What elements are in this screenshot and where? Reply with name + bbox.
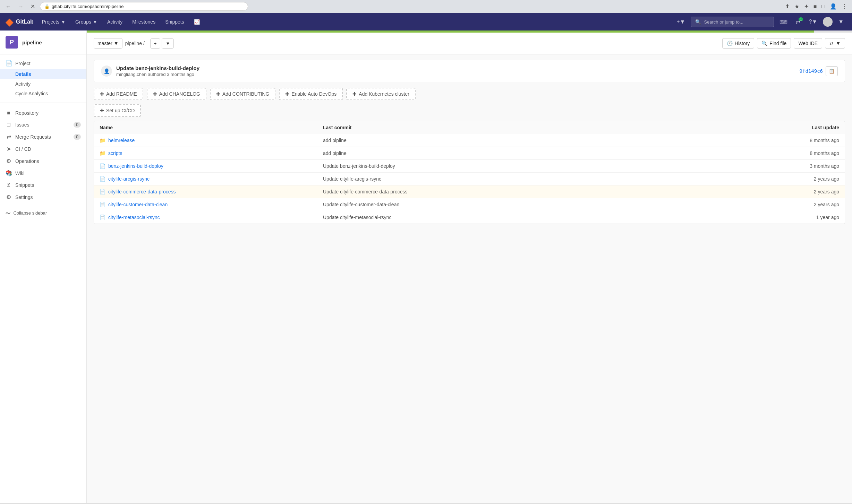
browser-puzzle-button[interactable]: ■ <box>812 2 818 10</box>
nav-merge-requests-button[interactable]: ⇄ 1 <box>793 17 803 27</box>
nav-plus-button[interactable]: + ▼ <box>674 17 688 27</box>
repo-options-button[interactable]: ⇄ ▼ <box>825 38 845 49</box>
path-actions: + ▼ <box>150 38 174 49</box>
file-name-customer[interactable]: 📄 citylife-customer-data-clean <box>100 202 323 207</box>
path-chevron-button[interactable]: ▼ <box>162 38 174 49</box>
commit-hash[interactable]: 9fd149c6 <box>800 68 823 74</box>
table-row: 📁 scripts add pipline 8 months ago <box>94 147 845 160</box>
sidebar-item-details[interactable]: Details <box>0 69 86 79</box>
browser-actions: ⬆ ★ ✦ ■ □ 👤 ⋮ <box>784 2 849 10</box>
enable-autodevops-icon: ✚ <box>285 91 289 97</box>
col-last-commit: Last commit <box>323 125 770 130</box>
sidebar-item-cicd[interactable]: ➤ CI / CD <box>0 143 86 155</box>
nav-stats[interactable]: 📈 <box>190 16 204 27</box>
sidebar-item-repository[interactable]: ■ Repository <box>0 107 86 119</box>
add-readme-icon: ✚ <box>100 91 104 97</box>
main-content: master ▼ pipeline / + ▼ 🕐 History 🔍 Find… <box>87 31 852 503</box>
nav-snippets[interactable]: Snippets <box>161 16 188 27</box>
add-path-button[interactable]: + <box>150 38 161 49</box>
merge-requests-icon: ⇄ <box>6 133 12 140</box>
branch-name: master <box>97 41 112 46</box>
sidebar-item-activity[interactable]: Activity <box>0 79 86 89</box>
setup-cicd-button[interactable]: ✚ Set up CI/CD <box>94 104 141 117</box>
sidebar-item-cycle-analytics[interactable]: Cycle Analytics <box>0 89 86 98</box>
gitlab-logo[interactable]: ◆ GitLab <box>6 16 34 28</box>
browser-menu-button[interactable]: ⋮ <box>840 2 849 10</box>
add-changelog-icon: ✚ <box>153 91 157 97</box>
browser-forward-button[interactable]: → <box>16 3 26 10</box>
options-icon: ⇄ <box>829 41 834 46</box>
breadcrumb-path: pipeline <box>125 41 142 46</box>
nav-keyboard-shortcut-button[interactable]: ⌨ <box>777 17 790 27</box>
file-name-metasocial[interactable]: 📄 citylife-metasocial-rsync <box>100 215 323 220</box>
collapse-sidebar-button[interactable]: «« Collapse sidebar <box>0 206 86 220</box>
branch-selector[interactable]: master ▼ <box>94 38 122 49</box>
copy-hash-button[interactable]: 📋 <box>826 66 838 76</box>
browser-extension-button[interactable]: ✦ <box>803 2 810 10</box>
nav-user-avatar[interactable] <box>823 17 833 27</box>
cicd-icon: ➤ <box>6 146 12 152</box>
project-name: pipeline <box>22 40 42 45</box>
table-row: 📄 benz-jenkins-build-deploy Update benz-… <box>94 160 845 173</box>
folder-icon: 📁 <box>100 138 105 143</box>
find-file-icon: 🔍 <box>761 41 767 46</box>
nav-help-button[interactable]: ? ▼ <box>806 17 820 27</box>
file-icon: 📄 <box>100 163 105 169</box>
merge-requests-sidebar-badge: 0 <box>74 134 81 140</box>
commit-time: 3 months ago <box>167 72 194 77</box>
add-changelog-button[interactable]: ✚ Add CHANGELOG <box>147 88 206 100</box>
sidebar-project-heading[interactable]: 📄 Project <box>0 57 86 69</box>
browser-reload-button[interactable]: ✕ <box>28 2 37 10</box>
nav-groups[interactable]: Groups ▼ <box>71 16 102 27</box>
add-contributing-button[interactable]: ✚ Add CONTRIBUTING <box>210 88 275 100</box>
col-last-update: Last update <box>770 125 839 130</box>
browser-back-button[interactable]: ← <box>3 3 13 10</box>
sidebar-item-merge-requests[interactable]: ⇄ Merge Requests 0 <box>0 131 86 143</box>
history-button[interactable]: 🕐 History <box>722 38 755 49</box>
file-name-benz[interactable]: 📄 benz-jenkins-build-deploy <box>100 163 323 169</box>
file-name-scripts[interactable]: 📁 scripts <box>100 150 323 156</box>
lock-icon: 🔒 <box>44 4 50 9</box>
search-input[interactable] <box>704 19 769 25</box>
sidebar-item-settings[interactable]: ⚙ Settings <box>0 191 86 203</box>
add-kubernetes-icon: ✚ <box>352 91 357 97</box>
action-buttons: ✚ Add README ✚ Add CHANGELOG ✚ Add CONTR… <box>94 88 845 100</box>
file-name-helmrelease[interactable]: 📁 helmrelease <box>100 138 323 143</box>
nav-activity[interactable]: Activity <box>103 16 127 27</box>
commit-msg-arcgis: Update citylife-arcgis-rsync <box>323 176 770 182</box>
nav-milestones[interactable]: Milestones <box>128 16 160 27</box>
chevron-down-icon: ▼ <box>836 41 841 46</box>
file-name-arcgis[interactable]: 📄 citylife-arcgis-rsync <box>100 176 323 182</box>
sidebar-repo-section: ■ Repository □ Issues 0 ⇄ Merge Requests… <box>0 104 86 206</box>
browser-share-button[interactable]: ⬆ <box>784 2 791 10</box>
snippets-icon: 🗎 <box>6 182 12 188</box>
add-readme-button[interactable]: ✚ Add README <box>94 88 143 100</box>
file-name-commerce[interactable]: 📄 citylife-commerce-data-process <box>100 189 323 194</box>
sidebar-item-operations[interactable]: ⚙ Operations <box>0 155 86 167</box>
nav-projects[interactable]: Projects ▼ <box>38 16 70 27</box>
find-file-button[interactable]: 🔍 Find file <box>757 38 791 49</box>
file-table: Name Last commit Last update 📁 helmrelea… <box>94 121 845 224</box>
sidebar: P pipeline 📄 Project Details Activity Cy… <box>0 31 87 503</box>
browser-window-button[interactable]: □ <box>820 2 826 10</box>
search-icon: 🔍 <box>695 19 701 25</box>
commit-msg-customer: Update citylife-customer-data-clean <box>323 202 770 207</box>
enable-auto-devops-button[interactable]: ✚ Enable Auto DevOps <box>279 88 343 100</box>
file-table-header: Name Last commit Last update <box>94 121 845 134</box>
sidebar-item-issues[interactable]: □ Issues 0 <box>0 119 86 131</box>
file-icon: 📄 <box>100 202 105 207</box>
sidebar-item-snippets[interactable]: 🗎 Snippets <box>0 179 86 191</box>
nav-user-menu[interactable]: ▼ <box>835 17 846 27</box>
table-row: 📄 citylife-arcgis-rsync Update citylife-… <box>94 173 845 185</box>
add-kubernetes-button[interactable]: ✚ Add Kubernetes cluster <box>346 88 416 100</box>
browser-account-button[interactable]: 👤 <box>828 2 838 10</box>
web-ide-button[interactable]: Web IDE <box>794 38 822 49</box>
browser-star-button[interactable]: ★ <box>793 2 801 10</box>
table-row: 📄 citylife-customer-data-clean Update ci… <box>94 198 845 211</box>
sidebar-item-wiki[interactable]: 📚 Wiki <box>0 167 86 179</box>
commit-banner: 👤 Update benz-jenkins-build-deploy mingl… <box>94 60 845 82</box>
nav-search-bar[interactable]: 🔍 <box>691 17 774 27</box>
merge-requests-badge: 1 <box>799 17 803 21</box>
last-update-scripts: 8 months ago <box>770 150 839 156</box>
setup-cicd-icon: ✚ <box>100 108 104 113</box>
